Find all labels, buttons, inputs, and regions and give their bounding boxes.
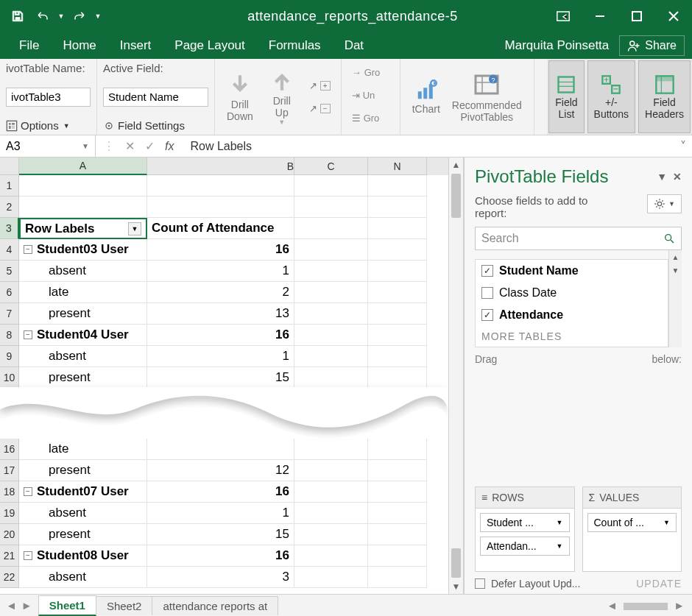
update-button[interactable]: UPDATE (636, 578, 682, 590)
ungroup-button[interactable]: ⇥ Un (352, 85, 389, 106)
cell[interactable]: absent (19, 261, 147, 282)
rows-drop-zone[interactable]: Student ...▼Attendan...▼ (475, 509, 575, 572)
save-button[interactable] (6, 4, 29, 28)
formula-expand-button[interactable]: ˅ (674, 139, 692, 153)
cell[interactable]: −Student07 User (19, 481, 147, 503)
ribbon-display-options-button[interactable] (545, 0, 582, 32)
cell[interactable] (294, 524, 368, 545)
undo-button[interactable] (31, 4, 54, 28)
sheet-tab-2[interactable]: Sheet2 (96, 596, 153, 615)
name-box[interactable]: A3▼ (0, 135, 96, 157)
cell[interactable]: 15 (147, 367, 294, 389)
cell[interactable] (294, 439, 368, 460)
undo-dropdown[interactable]: ▼ (56, 4, 66, 28)
row-header[interactable]: 5 (0, 261, 19, 282)
hscroll-right[interactable]: ► (674, 599, 685, 612)
sheet-nav-prev[interactable]: ◄ (6, 599, 17, 612)
cell[interactable]: 3 (147, 567, 294, 588)
cell[interactable] (368, 481, 427, 503)
sheet-tab-1[interactable]: Sheet1 (38, 595, 96, 616)
cell[interactable] (294, 303, 368, 325)
cell[interactable] (368, 303, 427, 325)
qat-customize-dropdown[interactable]: ▼ (93, 4, 103, 28)
collapse-icon[interactable]: − (24, 487, 32, 496)
cell[interactable]: 16 (147, 325, 294, 346)
row-header[interactable]: 9 (0, 346, 19, 367)
cell[interactable] (294, 261, 368, 282)
collapse-field-button[interactable]: ↗ − (309, 98, 331, 119)
field-item[interactable]: Student Name (476, 260, 668, 282)
select-all-triangle[interactable] (0, 157, 19, 175)
enter-formula-icon[interactable]: ✓ (145, 139, 155, 153)
cell[interactable] (368, 197, 427, 218)
tab-formulas[interactable]: Formulas (257, 32, 333, 59)
cell[interactable] (294, 481, 368, 503)
cell[interactable] (294, 460, 368, 481)
cell[interactable] (368, 325, 427, 346)
cell[interactable] (368, 545, 427, 567)
active-field-input[interactable] (103, 88, 208, 107)
field-settings-button[interactable]: Field Settings (103, 119, 208, 132)
row-header[interactable]: 2 (0, 197, 19, 218)
cell[interactable] (294, 567, 368, 588)
cell[interactable]: late (19, 282, 147, 303)
fx-icon[interactable]: fx (165, 140, 174, 153)
expand-field-button[interactable]: ↗ + (309, 75, 331, 96)
group-field-button[interactable]: ☰ Gro (352, 107, 389, 129)
sheet-tab-3[interactable]: attendance reports at (152, 596, 278, 615)
minimize-button[interactable] (582, 0, 618, 32)
recommended-pivottables-button[interactable]: ? Recommended PivotTables (446, 71, 528, 123)
cell[interactable] (368, 218, 427, 239)
cell[interactable] (147, 175, 294, 197)
collapse-icon[interactable]: − (24, 551, 32, 560)
row-header[interactable]: 19 (0, 503, 19, 524)
col-header-a[interactable]: A (19, 157, 147, 175)
more-tables-link[interactable]: MORE TABLES (476, 326, 668, 347)
cell[interactable]: 1 (147, 503, 294, 524)
tab-home[interactable]: Home (51, 32, 107, 59)
hscroll-left[interactable]: ◄ (607, 599, 618, 612)
cell[interactable] (19, 175, 147, 197)
tab-page-layout[interactable]: Page Layout (163, 32, 256, 59)
cell[interactable]: absent (19, 567, 147, 588)
defer-layout-checkbox[interactable] (475, 578, 485, 589)
cell[interactable] (294, 545, 368, 567)
field-list-toggle[interactable]: Field List (548, 60, 584, 133)
field-search-input[interactable]: Search (475, 227, 682, 250)
field-list-scrollbar[interactable]: ▲ ▼ (668, 250, 682, 347)
cell[interactable]: present (19, 367, 147, 389)
cell[interactable] (294, 175, 368, 197)
cell[interactable] (147, 439, 294, 460)
cell[interactable]: absent (19, 346, 147, 367)
share-button[interactable]: Share (619, 35, 685, 56)
cell[interactable] (368, 439, 427, 460)
cell[interactable]: −Student08 User (19, 545, 147, 567)
drill-up-button[interactable]: Drill Up▼ (264, 68, 300, 126)
row-header[interactable]: 4 (0, 239, 19, 261)
cell[interactable]: 16 (147, 545, 294, 567)
cell[interactable] (294, 346, 368, 367)
values-drop-zone[interactable]: Count of ...▼ (582, 509, 682, 572)
cell[interactable] (294, 367, 368, 389)
maximize-button[interactable] (618, 0, 655, 32)
cell[interactable]: 16 (147, 481, 294, 503)
cell[interactable] (294, 197, 368, 218)
cell[interactable] (294, 503, 368, 524)
row-header[interactable]: 20 (0, 524, 19, 545)
hscroll-thumb[interactable] (624, 603, 668, 610)
cell[interactable] (368, 567, 427, 588)
cell[interactable] (294, 218, 368, 239)
col-header-n[interactable]: N (368, 157, 427, 175)
cell[interactable]: present (19, 524, 147, 545)
cell[interactable]: 12 (147, 460, 294, 481)
row-header[interactable]: 8 (0, 325, 19, 346)
collapse-icon[interactable]: − (24, 245, 32, 254)
cell[interactable] (368, 261, 427, 282)
cell[interactable] (294, 325, 368, 346)
tab-insert[interactable]: Insert (108, 32, 163, 59)
close-button[interactable] (655, 0, 692, 32)
cell[interactable]: 2 (147, 282, 294, 303)
field-pill[interactable]: Student ...▼ (480, 513, 570, 532)
cell[interactable]: 1 (147, 346, 294, 367)
vertical-scrollbar[interactable]: ▲ ▼ (448, 157, 463, 594)
